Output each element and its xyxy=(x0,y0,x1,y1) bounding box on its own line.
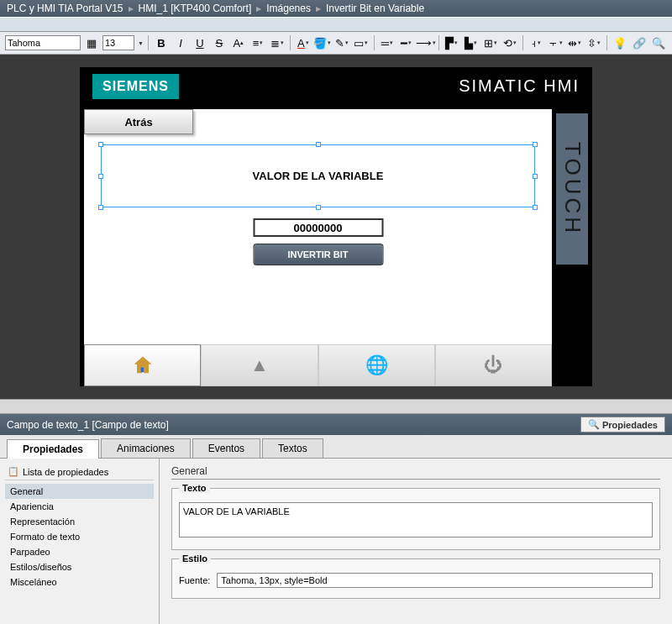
font-dialog-button[interactable]: ▦ xyxy=(83,34,100,51)
property-list-panel: 📋 Lista de propiedades General Aparienci… xyxy=(0,459,160,624)
rotate-button[interactable]: ⟲▾ xyxy=(501,34,518,51)
chevron-right-icon: ▸ xyxy=(129,3,134,14)
border-color-button[interactable]: ▭▾ xyxy=(353,34,370,51)
tab-eventos[interactable]: Eventos xyxy=(192,438,260,458)
font-family-select[interactable] xyxy=(5,35,81,50)
dist-v-button[interactable]: ⇳▾ xyxy=(585,34,602,51)
highlight-button[interactable]: 💡 xyxy=(612,34,628,51)
tab-propiedades[interactable]: Propiedades xyxy=(7,439,99,459)
group-title-style: Estilo xyxy=(179,553,211,564)
inspector-titlebar: Campo de texto_1 [Campo de texto] 🔍 Prop… xyxy=(0,414,672,435)
siemens-logo: SIEMENS xyxy=(92,74,179,99)
hmi-screen: SIEMENS SIMATIC HMI TOUCH Atrás VALOR DE… xyxy=(80,67,592,386)
align-left-button[interactable]: ≡▾ xyxy=(249,34,266,51)
inspector-tabs: Propiedades Animaciones Eventos Textos xyxy=(0,435,672,459)
crumb-2[interactable]: Imágenes xyxy=(266,3,311,14)
italic-button[interactable]: I xyxy=(172,34,189,51)
tab-animaciones[interactable]: Animaciones xyxy=(101,438,191,458)
line-ends-button[interactable]: ⟶▾ xyxy=(417,34,434,51)
group-estilo: Estilo Fuente: xyxy=(171,558,660,599)
font-value-input[interactable] xyxy=(217,573,653,588)
editor-canvas[interactable]: SIEMENS SIMATIC HMI TOUCH Atrás VALOR DE… xyxy=(0,55,672,399)
line-style-button[interactable]: ═▾ xyxy=(379,34,396,51)
bring-front-button[interactable]: ▛▾ xyxy=(444,34,460,51)
format-toolbar: ▦ ▼ B I U S A▴ ≡▾ ≣▾ A▾ 🪣▾ ✎▾ ▭▾ ═▾ ━▾ ⟶… xyxy=(0,32,672,55)
font-grow-button[interactable]: A▴ xyxy=(230,34,247,51)
touch-label: TOUCH xyxy=(556,113,588,265)
prop-item-misc[interactable]: Misceláneo xyxy=(5,574,154,590)
group-button[interactable]: ⊞▾ xyxy=(482,34,499,51)
triangle-up-icon: ▲ xyxy=(250,354,269,376)
prop-item-apariencia[interactable]: Apariencia xyxy=(5,499,154,514)
splitter[interactable] xyxy=(0,399,672,414)
crumb-3[interactable]: Invertir Bit en Variable xyxy=(326,3,424,14)
group-texto: Texto xyxy=(171,488,660,550)
font-size-select[interactable] xyxy=(102,35,134,50)
svg-rect-0 xyxy=(140,367,144,372)
fill-color-button[interactable]: 🪣▾ xyxy=(314,34,331,51)
line-width-button[interactable]: ━▾ xyxy=(398,34,415,51)
home-icon xyxy=(131,354,155,377)
property-detail-panel: General Texto Estilo Fuente: xyxy=(160,459,672,624)
crumb-1[interactable]: HMI_1 [KTP400 Comfort] xyxy=(139,3,252,14)
prop-item-formato[interactable]: Formato de texto xyxy=(5,529,154,544)
nav-power-button[interactable]: ⏻ xyxy=(435,344,552,386)
send-back-button[interactable]: ▙▾ xyxy=(463,34,480,51)
align-h-button[interactable]: ⫞▾ xyxy=(528,34,544,51)
align-v-button[interactable]: ⫟▾ xyxy=(547,34,564,51)
prop-item-estilos[interactable]: Estilos/diseños xyxy=(5,559,154,574)
align-vert-button[interactable]: ≣▾ xyxy=(269,34,286,51)
dist-h-button[interactable]: ⇹▾ xyxy=(566,34,583,51)
invert-bit-button[interactable]: INVERTIR BIT xyxy=(253,244,383,265)
ref-button[interactable]: 🔗 xyxy=(631,34,648,51)
text-value-input[interactable] xyxy=(179,502,653,537)
underline-button[interactable]: U xyxy=(192,34,208,51)
nav-home-button[interactable] xyxy=(84,344,201,386)
hmi-header: SIEMENS SIMATIC HMI xyxy=(80,67,592,105)
prop-item-parpadeo[interactable]: Parpadeo xyxy=(5,544,154,559)
globe-icon: 🌐 xyxy=(365,354,388,376)
text-field-label: VALOR DE LA VARIABLE xyxy=(253,170,384,182)
font-label: Fuente: xyxy=(179,575,210,585)
back-button[interactable]: Atrás xyxy=(84,109,193,134)
property-list-header: 📋 Lista de propiedades xyxy=(5,464,154,480)
text-field-selected[interactable]: VALOR DE LA VARIABLE xyxy=(101,144,535,207)
breadcrumb-bar: PLC y HMI TIA Portal V15 ▸ HMI_1 [KTP400… xyxy=(0,0,672,17)
group-title-text: Texto xyxy=(179,483,210,493)
hmi-nav-bar: ▲ 🌐 ⏻ xyxy=(84,344,552,386)
strikethrough-button[interactable]: S xyxy=(211,34,228,51)
chevron-right-icon: ▸ xyxy=(316,3,321,14)
line-color-button[interactable]: ✎▾ xyxy=(333,34,350,51)
prop-item-general[interactable]: General xyxy=(5,484,154,499)
inspector-body: 📋 Lista de propiedades General Aparienci… xyxy=(0,459,672,624)
tab-textos[interactable]: Textos xyxy=(262,438,323,458)
properties-icon: 🔍 xyxy=(588,419,600,430)
section-header: General xyxy=(171,465,660,480)
nav-lang-button[interactable]: 🌐 xyxy=(318,344,435,386)
io-field[interactable]: 00000000 xyxy=(253,218,383,237)
properties-pane-tab[interactable]: 🔍 Propiedades xyxy=(580,417,665,433)
crumb-0[interactable]: PLC y HMI TIA Portal V15 xyxy=(7,3,123,14)
zoom-button[interactable]: 🔍 xyxy=(650,34,667,51)
nav-up-button[interactable]: ▲ xyxy=(201,344,318,386)
inspector-title: Campo de texto_1 [Campo de texto] xyxy=(7,419,169,431)
spacer-bar xyxy=(0,17,672,32)
hmi-body[interactable]: Atrás VALOR DE LA VARIABLE 00000000 INVE… xyxy=(84,109,552,349)
prop-item-representacion[interactable]: Representación xyxy=(5,514,154,529)
power-icon: ⏻ xyxy=(484,354,502,376)
font-color-button[interactable]: A▾ xyxy=(295,34,312,51)
list-icon: 📋 xyxy=(8,466,19,477)
chevron-right-icon: ▸ xyxy=(256,3,261,14)
bold-button[interactable]: B xyxy=(153,34,170,51)
simatic-label: SIMATIC HMI xyxy=(459,76,580,96)
